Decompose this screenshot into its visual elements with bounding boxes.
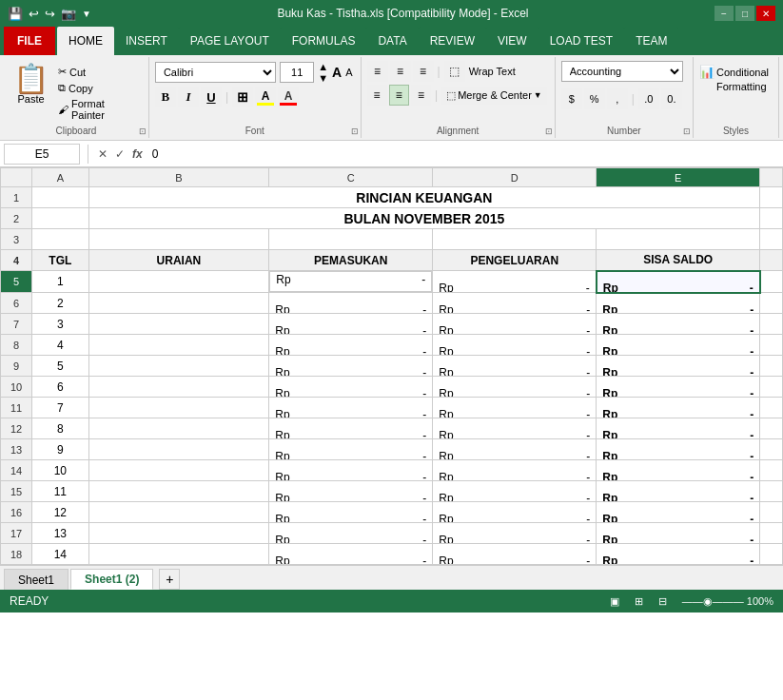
cell-f9[interactable] (760, 356, 783, 377)
cell-title-2[interactable]: BULAN NOVEMBER 2015 (88, 208, 760, 229)
cell-f1[interactable] (760, 187, 783, 208)
row-header-5[interactable]: 5 (1, 271, 32, 293)
currency-button[interactable]: $ (561, 88, 582, 109)
cell-pemasukan-8[interactable]: Rp- (269, 335, 433, 356)
row-header-15[interactable]: 15 (1, 481, 32, 502)
close-button[interactable]: ✕ (756, 6, 775, 21)
undo-icon[interactable]: ↩ (29, 7, 39, 21)
cell-uraian-5[interactable] (88, 271, 269, 293)
sheet-tab-1[interactable]: Sheet1 (4, 569, 69, 590)
tab-team[interactable]: TEAM (624, 27, 678, 55)
align-left-top-button[interactable]: ≡ (367, 61, 388, 82)
cell-sisa-7[interactable]: Rp- (597, 314, 760, 335)
row-header-12[interactable]: 12 (1, 418, 32, 439)
cell-reference-input[interactable] (4, 144, 80, 165)
cell-f6[interactable] (760, 293, 783, 314)
cell-title-1[interactable]: RINCIAN KEUANGAN (88, 187, 760, 208)
underline-button[interactable]: U (201, 87, 222, 107)
row-header-10[interactable]: 10 (1, 377, 32, 398)
tab-load-test[interactable]: LOAD TEST (538, 27, 624, 55)
font-expand-icon[interactable]: ⊡ (351, 126, 359, 136)
cell-pengeluaran-16[interactable]: Rp- (433, 502, 597, 523)
cell-pemasukan-6[interactable]: Rp- (269, 293, 433, 314)
save-icon[interactable]: 💾 (8, 7, 23, 21)
cancel-formula-icon[interactable]: ✕ (96, 146, 109, 163)
minimize-button[interactable]: − (714, 6, 734, 21)
cell-tgl-7[interactable]: 3 (32, 314, 88, 335)
cell-pemasukan-9[interactable]: Rp- (269, 356, 433, 377)
redo-icon[interactable]: ↪ (45, 7, 55, 21)
cell-tgl-header[interactable]: TGL (32, 250, 88, 271)
cell-sisa-10[interactable]: Rp- (597, 377, 760, 398)
cell-b3[interactable] (88, 229, 269, 250)
cell-uraian-9[interactable] (88, 356, 269, 377)
cell-tgl-9[interactable]: 5 (32, 356, 88, 377)
cell-f4[interactable] (760, 250, 783, 271)
percent-button[interactable]: % (584, 88, 605, 109)
cell-pengeluaran-header[interactable]: PENGELUARAN (433, 250, 597, 271)
increase-decimal-button[interactable]: .0 (638, 88, 659, 109)
cell-a1[interactable] (32, 187, 88, 208)
maximize-button[interactable]: □ (735, 6, 754, 21)
cell-sisa-13[interactable]: Rp- (597, 439, 760, 460)
merge-dropdown-arrow[interactable]: ▼ (534, 90, 542, 100)
cell-f15[interactable] (760, 481, 783, 502)
tab-view[interactable]: VIEW (486, 27, 538, 55)
number-expand-icon[interactable]: ⊡ (683, 126, 691, 136)
decrease-decimal-button[interactable]: 0. (661, 88, 682, 109)
cell-sisa-15[interactable]: Rp- (597, 481, 760, 502)
cell-pemasukan-7[interactable]: Rp- (269, 314, 433, 335)
cell-uraian-17[interactable] (88, 523, 269, 544)
align-center-button[interactable]: ≡ (389, 85, 409, 106)
align-right-button[interactable]: ≡ (411, 85, 431, 106)
cell-pengeluaran-9[interactable]: Rp- (433, 356, 597, 377)
cell-pengeluaran-13[interactable]: Rp- (433, 439, 597, 460)
cell-f13[interactable] (760, 439, 783, 460)
cell-pemasukan-17[interactable]: Rp- (269, 523, 433, 544)
add-sheet-button[interactable]: + (159, 569, 180, 590)
fill-color-button[interactable]: A (255, 87, 276, 107)
align-right-top-button[interactable]: ≡ (413, 61, 434, 82)
cell-sisa-16[interactable]: Rp- (597, 502, 760, 523)
paste-button[interactable]: 📋 Paste (10, 61, 52, 123)
cell-pemasukan-10[interactable]: Rp- (269, 377, 433, 398)
font-size-decrease-button[interactable]: ▼ (318, 72, 328, 84)
camera-icon[interactable]: 📷 (61, 7, 76, 21)
view-page-break-icon[interactable]: ⊟ (658, 595, 667, 608)
cell-pemasukan-18[interactable]: Rp- (269, 544, 433, 565)
row-header-9[interactable]: 9 (1, 356, 32, 377)
cell-sisa-14[interactable]: Rp- (597, 460, 760, 481)
increase-font-size-button[interactable]: A (332, 65, 342, 80)
cell-uraian-8[interactable] (88, 335, 269, 356)
file-tab[interactable]: FILE (4, 27, 55, 55)
cell-pemasukan-16[interactable]: Rp- (269, 502, 433, 523)
row-header-8[interactable]: 8 (1, 335, 32, 356)
cell-f5[interactable] (760, 271, 783, 293)
merge-center-button[interactable]: ⬚ Merge & Center ▼ (441, 87, 547, 105)
cell-a2[interactable] (32, 208, 88, 229)
tab-data[interactable]: DATA (366, 27, 418, 55)
cell-c3[interactable] (269, 229, 433, 250)
row-header-2[interactable]: 2 (1, 208, 32, 229)
cell-tgl-12[interactable]: 8 (32, 418, 88, 439)
wrap-text-icon-button[interactable]: ⬚ (444, 61, 465, 82)
cell-pengeluaran-6[interactable]: Rp- (433, 293, 597, 314)
cut-button[interactable]: ✂ Cut (56, 65, 141, 79)
row-header-11[interactable]: 11 (1, 398, 32, 418)
row-header-1[interactable]: 1 (1, 187, 32, 208)
cell-f12[interactable] (760, 418, 783, 439)
font-size-input[interactable] (280, 62, 314, 83)
confirm-formula-icon[interactable]: ✓ (113, 146, 127, 163)
cell-f10[interactable] (760, 377, 783, 398)
function-icon[interactable]: fx (130, 146, 145, 163)
align-center-top-button[interactable]: ≡ (390, 61, 411, 82)
clipboard-expand-icon[interactable]: ⊡ (139, 126, 147, 136)
cell-pemasukan-header[interactable]: PEMASUKAN (269, 250, 433, 271)
sheet-tab-2[interactable]: Sheet1 (2) (70, 569, 153, 590)
cell-tgl-16[interactable]: 12 (32, 502, 88, 523)
col-header-c[interactable]: C (269, 168, 433, 187)
conditional-formatting-button[interactable]: 📊 Conditional (699, 65, 769, 79)
cell-sisa-5[interactable]: Rp- (597, 271, 760, 293)
border-button[interactable]: ⊞ (232, 87, 253, 107)
cell-a3[interactable] (32, 229, 88, 250)
